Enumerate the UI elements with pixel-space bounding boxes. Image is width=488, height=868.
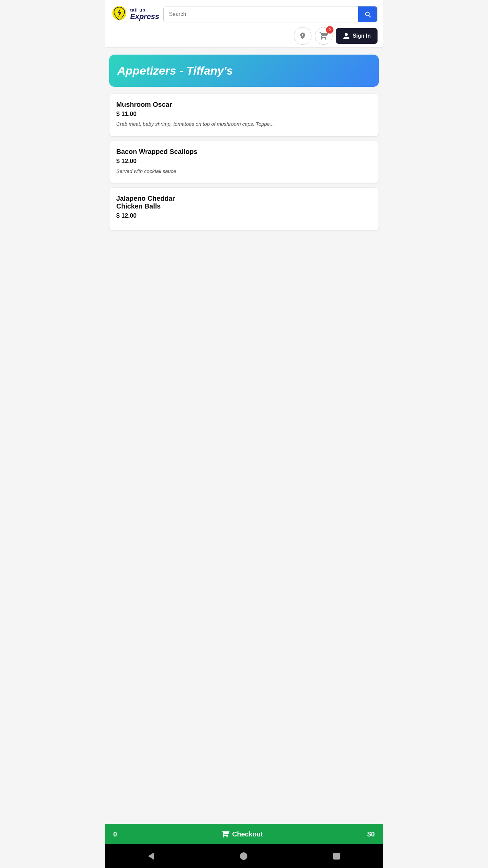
sign-in-button[interactable]: Sign In [336,28,378,44]
search-input[interactable] [164,6,358,22]
home-icon [240,852,247,860]
search-button[interactable] [358,6,377,22]
category-title: Appetizers - Tiffany's [117,64,371,77]
menu-item-bacon-scallops[interactable]: Bacon Wrapped Scallops $ 12.00 Served wi… [109,141,379,184]
menu-item-jalapeno-chicken[interactable]: Jalapeno CheddarChicken Balls $ 12.00 [109,188,379,231]
cart-badge: 0 [326,26,333,34]
search-bar [163,6,378,22]
back-icon [148,852,154,860]
menu-item-mushroom-oscar[interactable]: Mushroom Oscar $ 11.00 Crab meat, baby s… [109,94,379,137]
checkout-bar[interactable]: 0 Checkout $0 [105,824,383,844]
logo: tali up Express [110,5,159,23]
logo-express-label: Express [130,13,159,21]
checkout-button-label: Checkout [221,830,263,838]
header: tali up Express 0 [105,0,383,48]
location-button[interactable] [294,27,311,45]
item-price: $ 12.00 [116,212,372,219]
menu-list: Mushroom Oscar $ 11.00 Crab meat, baby s… [105,94,383,824]
item-name: Mushroom Oscar [116,101,372,108]
android-recents-button[interactable] [330,850,343,862]
category-banner: Appetizers - Tiffany's [109,55,379,87]
item-price: $ 11.00 [116,111,372,118]
sign-in-label: Sign In [353,33,371,39]
android-home-button[interactable] [237,850,250,863]
checkout-item-count: 0 [113,830,117,838]
logo-icon [110,5,128,23]
user-icon [343,32,350,40]
item-description: Crab meat, baby shrimp, tomatoes on top … [116,120,372,128]
cart-button[interactable]: 0 [315,27,332,45]
cart-icon [319,32,328,40]
checkout-total-price: $0 [367,830,375,838]
location-icon [299,32,307,40]
header-top-row: tali up Express [110,5,378,23]
logo-text: tali up Express [130,8,159,21]
search-icon [364,11,371,18]
checkout-cart-icon [221,830,229,838]
android-nav-bar [105,844,383,868]
item-price: $ 12.00 [116,158,372,165]
item-name: Jalapeno CheddarChicken Balls [116,195,372,210]
logo-taliup-label: tali up [130,8,159,13]
header-bottom-row: 0 Sign In [110,27,378,45]
android-back-button[interactable] [145,850,157,863]
item-description: Served with cocktail sauce [116,167,372,175]
item-name: Bacon Wrapped Scallops [116,148,372,156]
recents-icon [333,853,340,860]
